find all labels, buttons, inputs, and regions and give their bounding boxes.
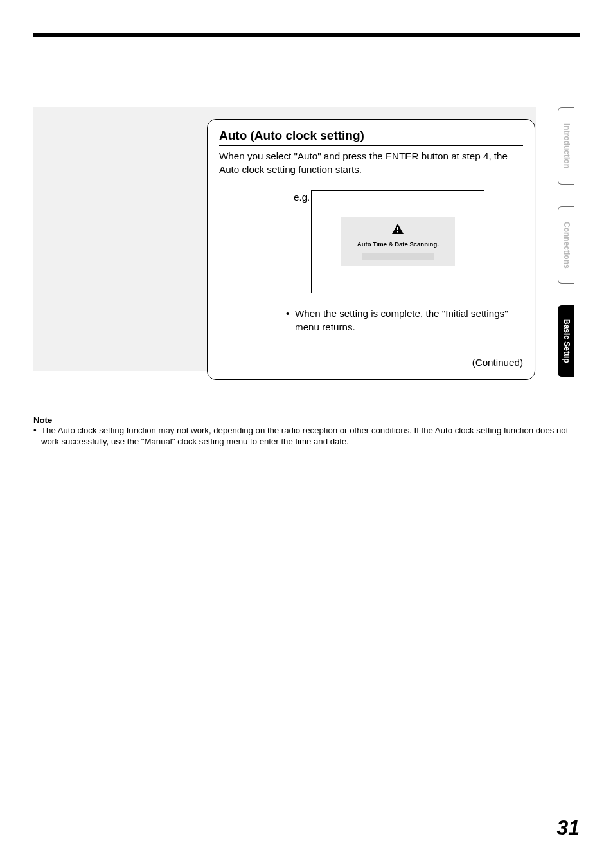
progress-bar	[362, 253, 434, 260]
note-body: The Auto clock setting function may not …	[41, 426, 580, 447]
note-title: Note	[33, 415, 580, 426]
top-rule	[33, 33, 580, 37]
example-row: e.g. Auto Time & Date Scanning.	[219, 190, 523, 293]
note-bullet: •	[33, 426, 41, 447]
svg-rect-2	[397, 231, 398, 233]
osd-dialog: Auto Time & Date Scanning.	[341, 217, 455, 266]
auto-clock-box: Auto (Auto clock setting) When you selec…	[207, 119, 535, 380]
content-area: Auto (Auto clock setting) When you selec…	[33, 107, 580, 399]
tab-basic-setup[interactable]: Basic Setup	[558, 305, 574, 377]
bullet-mark: •	[286, 307, 295, 334]
manual-page: Auto (Auto clock setting) When you selec…	[0, 0, 613, 868]
shaded-background: Auto (Auto clock setting) When you selec…	[33, 107, 536, 371]
osd-screen: Auto Time & Date Scanning.	[311, 190, 484, 293]
bullet-item: • When the setting is complete, the "Ini…	[219, 307, 523, 334]
osd-text: Auto Time & Date Scanning.	[341, 240, 455, 248]
tab-connections[interactable]: Connections	[558, 206, 574, 284]
svg-rect-1	[397, 227, 398, 230]
eg-label: e.g.	[294, 192, 310, 203]
box-intro: When you select "Auto" and press the ENT…	[219, 150, 523, 176]
bullet-text: When the setting is complete, the "Initi…	[295, 307, 523, 334]
side-tabs: Introduction Connections Basic Setup	[558, 107, 574, 399]
tab-introduction[interactable]: Introduction	[558, 107, 574, 185]
warning-icon	[392, 224, 404, 237]
page-number: 31	[556, 816, 580, 840]
continued-label: (Continued)	[219, 357, 523, 368]
box-title: Auto (Auto clock setting)	[219, 129, 523, 146]
note-block: Note • The Auto clock setting function m…	[33, 415, 580, 448]
